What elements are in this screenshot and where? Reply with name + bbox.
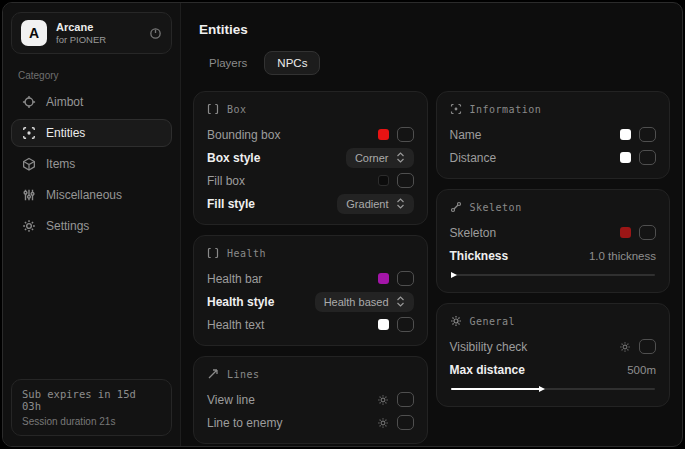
color-swatch[interactable] — [378, 175, 389, 186]
feature-label: Health style — [207, 295, 274, 309]
color-swatch[interactable] — [378, 319, 389, 330]
slider-fill — [451, 274, 455, 276]
color-swatch[interactable] — [620, 129, 631, 140]
card-title: Health — [227, 248, 266, 259]
fill-style-select[interactable]: Gradient — [337, 194, 413, 214]
sidebar-item-label: Entities — [46, 126, 85, 140]
feature-row-skeleton: Skeleton — [450, 221, 657, 244]
card-box: Box Bounding box Box style Corne — [193, 91, 428, 225]
slider-fill — [451, 388, 543, 390]
box-style-select[interactable]: Corner — [346, 148, 414, 168]
health-bar-checkbox[interactable] — [397, 271, 414, 286]
color-swatch[interactable] — [620, 152, 631, 163]
feature-label: Distance — [450, 151, 497, 165]
feature-label: Bounding box — [207, 128, 280, 142]
color-swatch[interactable] — [620, 227, 631, 238]
feature-label: View line — [207, 393, 255, 407]
distance-checkbox[interactable] — [639, 150, 656, 165]
feature-row-bounding-box: Bounding box — [207, 123, 414, 146]
color-swatch[interactable] — [378, 129, 389, 140]
card-title: Skeleton — [470, 202, 522, 213]
bone-icon — [450, 201, 462, 213]
settings-gear-icon[interactable] — [377, 394, 389, 406]
line-to-enemy-checkbox[interactable] — [397, 415, 414, 430]
feature-row-fill-box: Fill box — [207, 169, 414, 192]
sidebar-item-aimbot[interactable]: Aimbot — [11, 88, 172, 116]
feature-row-max-distance: Max distance 500m — [450, 358, 657, 381]
slider-track — [451, 274, 656, 276]
scan-icon — [22, 126, 36, 140]
category-label: Category — [18, 70, 165, 81]
feature-row-health-style: Health style Health based — [207, 290, 414, 313]
settings-gear-icon[interactable] — [619, 341, 631, 353]
feature-row-visibility-check: Visibility check — [450, 335, 657, 358]
card-information: Information Name Distance — [436, 91, 671, 179]
health-style-select[interactable]: Health based — [315, 292, 414, 312]
max-distance-slider[interactable] — [451, 384, 656, 393]
name-checkbox[interactable] — [639, 127, 656, 142]
app-logo: A — [21, 20, 47, 46]
feature-label: Name — [450, 128, 482, 142]
page-title: Entities — [199, 22, 672, 37]
bounding-box-checkbox[interactable] — [397, 127, 414, 142]
card-lines-header: Lines — [207, 368, 414, 380]
color-swatch[interactable] — [378, 273, 389, 284]
tab-bar: Players NPCs — [196, 51, 672, 75]
sidebar-item-label: Items — [46, 157, 75, 171]
slider-handle[interactable] — [451, 272, 457, 278]
tab-npcs[interactable]: NPCs — [264, 51, 320, 75]
sidebar: A Arcane for PIONER Category Aimbot — [3, 3, 181, 446]
main-panel: Entities Players NPCs Box — [181, 3, 682, 446]
feature-row-line-to-enemy: Line to enemy — [207, 411, 414, 434]
chevron-updown-icon — [396, 198, 405, 209]
subscription-info: Sub expires in 15d 03h Session duration … — [11, 379, 172, 436]
settings-gear-icon[interactable] — [377, 417, 389, 429]
feature-label: Skeleton — [450, 226, 497, 240]
feature-label: Line to enemy — [207, 416, 282, 430]
sidebar-item-settings[interactable]: Settings — [11, 212, 172, 240]
sliders-icon — [22, 188, 36, 202]
skeleton-checkbox[interactable] — [639, 225, 656, 240]
general-gear-icon — [450, 315, 462, 327]
chevron-updown-icon — [396, 152, 405, 163]
card-lines: Lines View line — [193, 356, 428, 444]
feature-row-view-line: View line — [207, 388, 414, 411]
visibility-check-checkbox[interactable] — [639, 339, 656, 354]
max-distance-value: 500m — [627, 364, 656, 376]
card-title: Information — [470, 104, 542, 115]
app-name: Arcane — [56, 21, 106, 35]
sidebar-item-entities[interactable]: Entities — [11, 119, 172, 147]
sidebar-item-label: Miscellaneous — [46, 188, 122, 202]
select-value: Gradient — [346, 198, 388, 210]
card-information-header: Information — [450, 103, 657, 115]
card-title: General — [470, 316, 516, 327]
crosshair-icon — [22, 95, 36, 109]
diagonal-line-icon — [207, 368, 219, 380]
feature-label: Health text — [207, 318, 264, 332]
feature-row-health-bar: Health bar — [207, 267, 414, 290]
health-text-checkbox[interactable] — [397, 317, 414, 332]
card-skeleton: Skeleton Skeleton Thickness 1.0 thicknes… — [436, 189, 671, 293]
app-title-block: Arcane for PIONER — [56, 21, 106, 46]
slider-handle[interactable] — [539, 386, 545, 392]
brackets-icon — [207, 103, 219, 115]
view-line-checkbox[interactable] — [397, 392, 414, 407]
right-column: Information Name Distance — [436, 91, 671, 407]
card-title: Box — [227, 104, 247, 115]
feature-row-health-text: Health text — [207, 313, 414, 336]
feature-row-box-style: Box style Corner — [207, 146, 414, 169]
feature-label: Visibility check — [450, 340, 528, 354]
power-icon[interactable] — [149, 27, 162, 40]
card-title: Lines — [227, 369, 260, 380]
tab-players[interactable]: Players — [196, 51, 260, 75]
sidebar-item-items[interactable]: Items — [11, 150, 172, 178]
info-scan-icon — [450, 103, 462, 115]
feature-row-distance: Distance — [450, 146, 657, 169]
cards-area: Box Bounding box Box style Corne — [191, 91, 672, 444]
select-value: Health based — [324, 296, 389, 308]
fill-box-checkbox[interactable] — [397, 173, 414, 188]
card-box-header: Box — [207, 103, 414, 115]
sidebar-item-miscellaneous[interactable]: Miscellaneous — [11, 181, 172, 209]
feature-row-name: Name — [450, 123, 657, 146]
thickness-slider[interactable] — [451, 270, 656, 279]
